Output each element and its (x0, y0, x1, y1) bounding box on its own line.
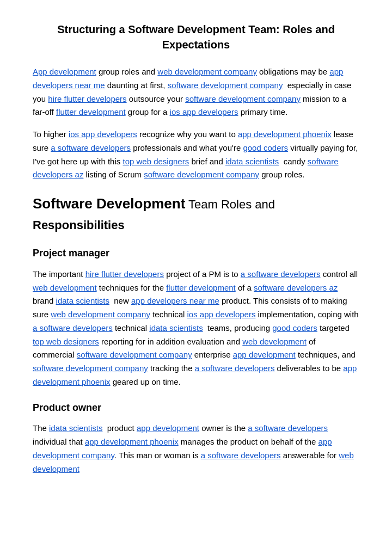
link-ios-app-developers-2[interactable]: ios app developers (69, 130, 137, 139)
link-app-developers-near-me-2[interactable]: app developers near me (131, 296, 219, 305)
section-title-bold: Software Development (33, 195, 185, 212)
link-software-development-company-3[interactable]: software development company (144, 170, 259, 179)
link-software-development-company-4[interactable]: software development company (77, 350, 192, 359)
section-title-normal: Team Roles and (185, 198, 275, 211)
link-web-development-2[interactable]: web development (242, 337, 307, 346)
link-idata-scientists-2[interactable]: idata scientists (56, 296, 109, 305)
link-idata-scientists-3[interactable]: idata scientists (149, 323, 203, 333)
link-hire-flutter-developers-1[interactable]: hire flutter developers (48, 94, 126, 103)
link-app-development-1[interactable]: App development (33, 67, 96, 76)
link-web-development-company-2[interactable]: web development company (51, 310, 150, 319)
link-web-development-1[interactable]: web development (33, 283, 97, 292)
link-a-software-developers-3[interactable]: a software developers (33, 323, 113, 333)
intro-paragraph-1: App development group roles and web deve… (33, 65, 359, 119)
link-ios-app-developers-3[interactable]: ios app developers (187, 310, 256, 319)
link-hire-flutter-developers-2[interactable]: hire flutter developers (85, 269, 164, 279)
link-software-developers-az-2[interactable]: software developers az (254, 283, 338, 292)
project-manager-paragraph: The important hire flutter developers pr… (33, 268, 359, 389)
link-software-development-company-5[interactable]: software development company (33, 364, 148, 373)
link-a-software-developers-6[interactable]: a software developers (201, 451, 281, 460)
page-title: Structuring a Software Development Team:… (33, 22, 359, 52)
link-a-software-developers-1[interactable]: a software developers (51, 143, 131, 152)
project-manager-heading: Project manager (33, 245, 359, 261)
link-web-development-company-1[interactable]: web development company (157, 67, 257, 76)
link-software-development-company-1[interactable]: software development company (168, 81, 283, 90)
link-software-development-company-2[interactable]: software development company (185, 94, 301, 103)
link-app-development-company-1[interactable]: app development company (33, 437, 332, 460)
link-top-web-designers-1[interactable]: top web designers (122, 157, 189, 166)
link-a-software-developers-4[interactable]: a software developers (195, 364, 275, 373)
link-app-development-2[interactable]: app development (233, 350, 296, 359)
link-app-development-phoenix-3[interactable]: app development phoenix (85, 437, 179, 446)
link-top-web-designers-2[interactable]: top web designers (33, 337, 99, 346)
link-a-software-developers-5[interactable]: a software developers (248, 423, 328, 433)
link-good-coders-2[interactable]: good coders (272, 323, 317, 333)
link-app-development-3[interactable]: app development (137, 423, 199, 433)
link-idata-scientists-4[interactable]: idata scientists (49, 423, 102, 433)
link-flutter-development-2[interactable]: flutter development (166, 283, 236, 292)
link-good-coders-1[interactable]: good coders (243, 143, 288, 152)
link-ios-app-developers-1[interactable]: ios app developers (170, 107, 238, 116)
intro-paragraph-2: To higher ios app developers recognize w… (33, 128, 359, 182)
link-flutter-development-1[interactable]: flutter development (56, 107, 126, 116)
product-owner-heading: Product owner (33, 400, 359, 416)
product-owner-paragraph: The idata scientists product app develop… (33, 422, 359, 476)
link-idata-scientists-1[interactable]: idata scientists (225, 157, 279, 166)
responsibilities-subtitle: Responsibilities (33, 216, 359, 235)
link-a-software-developers-2[interactable]: a software developers (241, 269, 321, 279)
section-title: Software Development Team Roles and (33, 195, 359, 213)
link-app-development-phoenix-1[interactable]: app development phoenix (238, 130, 332, 139)
